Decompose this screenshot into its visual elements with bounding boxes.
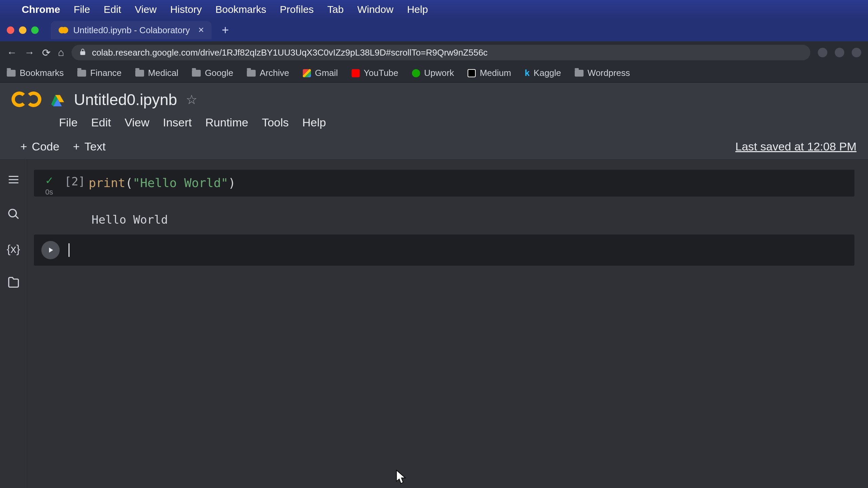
forward-button[interactable]: → bbox=[24, 47, 35, 58]
bookmark-label: Medical bbox=[148, 68, 179, 78]
address-bar[interactable]: colab.research.google.com/drive/1RJf82ql… bbox=[72, 45, 810, 60]
new-tab-button[interactable]: + bbox=[217, 23, 234, 37]
app-name[interactable]: Chrome bbox=[22, 4, 60, 15]
home-button[interactable]: ⌂ bbox=[58, 47, 64, 58]
colab-logo-icon[interactable] bbox=[12, 89, 41, 110]
bookmark-gmail[interactable]: Gmail bbox=[303, 68, 338, 78]
reload-button[interactable]: ⟳ bbox=[42, 47, 51, 59]
menu-file[interactable]: File bbox=[74, 4, 90, 15]
colab-menu-insert[interactable]: Insert bbox=[163, 116, 192, 129]
gmail-icon bbox=[303, 69, 311, 77]
mouse-cursor-icon bbox=[396, 470, 407, 487]
menu-view[interactable]: View bbox=[135, 4, 156, 15]
google-drive-icon bbox=[50, 93, 65, 106]
star-icon[interactable]: ☆ bbox=[186, 92, 197, 107]
folder-icon bbox=[77, 70, 86, 77]
medium-icon bbox=[468, 69, 476, 77]
bookmark-label: YouTube bbox=[364, 68, 398, 78]
menu-help[interactable]: Help bbox=[407, 4, 428, 15]
bookmark-label: Kaggle bbox=[534, 68, 561, 78]
code-cell[interactable]: ✓ 0s [2] print("Hello World") bbox=[34, 170, 854, 197]
colab-menu-edit[interactable]: Edit bbox=[91, 116, 111, 129]
add-text-button[interactable]: + Text bbox=[73, 140, 105, 153]
folder-icon bbox=[575, 70, 584, 77]
bookmark-folder[interactable]: Bookmarks bbox=[7, 68, 64, 78]
bookmark-label: Bookmarks bbox=[20, 68, 64, 78]
bookmark-kaggle[interactable]: kKaggle bbox=[525, 68, 561, 78]
code-editor[interactable]: print("Hello World") bbox=[88, 170, 854, 196]
colab-menu-runtime[interactable]: Runtime bbox=[205, 116, 249, 129]
files-icon[interactable] bbox=[7, 276, 20, 290]
search-icon[interactable] bbox=[7, 208, 20, 222]
youtube-icon bbox=[352, 69, 360, 77]
upwork-icon bbox=[412, 69, 420, 77]
table-of-contents-icon[interactable] bbox=[7, 173, 20, 187]
colab-menu-view[interactable]: View bbox=[124, 116, 149, 129]
window-minimize-icon[interactable] bbox=[19, 26, 26, 34]
browser-tab[interactable]: Untitled0.ipynb - Colaboratory ✕ bbox=[51, 21, 212, 39]
cell-gutter: ✓ 0s bbox=[34, 170, 64, 197]
window-close-icon[interactable] bbox=[7, 26, 14, 34]
bookmark-label: Medium bbox=[480, 68, 511, 78]
window-fullscreen-icon[interactable] bbox=[31, 26, 39, 34]
code-token: ) bbox=[228, 176, 236, 190]
colab-menu-bar: File Edit View Insert Runtime Tools Help bbox=[12, 110, 856, 135]
cell-output: Hello World bbox=[34, 207, 854, 235]
tab-close-icon[interactable]: ✕ bbox=[198, 26, 204, 35]
browser-toolbar: ← → ⟳ ⌂ colab.research.google.com/drive/… bbox=[0, 41, 868, 64]
add-text-label: Text bbox=[84, 140, 105, 153]
colab-toolbar: + Code + Text Last saved at 12:08 PM bbox=[0, 135, 868, 160]
left-sidebar: {x} bbox=[0, 160, 27, 488]
macos-menu-bar: Chrome File Edit View History Bookmarks … bbox=[0, 0, 868, 19]
bookmark-upwork[interactable]: Upwork bbox=[412, 68, 454, 78]
folder-icon bbox=[192, 70, 201, 77]
colab-menu-file[interactable]: File bbox=[59, 116, 78, 129]
plus-icon: + bbox=[20, 140, 27, 153]
bookmark-label: Gmail bbox=[315, 68, 338, 78]
bookmark-label: Archive bbox=[260, 68, 289, 78]
extension-icon[interactable] bbox=[818, 48, 827, 57]
add-code-label: Code bbox=[32, 140, 59, 153]
code-cell[interactable] bbox=[34, 235, 854, 266]
back-button[interactable]: ← bbox=[7, 47, 17, 58]
add-code-button[interactable]: + Code bbox=[20, 140, 59, 153]
kaggle-icon: k bbox=[525, 68, 529, 78]
bookmark-folder[interactable]: Google bbox=[192, 68, 233, 78]
bookmark-folder[interactable]: Finance bbox=[77, 68, 122, 78]
browser-tab-strip: Untitled0.ipynb - Colaboratory ✕ + bbox=[0, 19, 868, 41]
code-token: print bbox=[88, 176, 125, 190]
bookmark-label: Google bbox=[205, 68, 233, 78]
menu-tab[interactable]: Tab bbox=[327, 4, 343, 15]
menu-edit[interactable]: Edit bbox=[104, 4, 121, 15]
colab-header: Untitled0.ipynb ☆ File Edit View Insert … bbox=[0, 83, 868, 135]
menu-window[interactable]: Window bbox=[357, 4, 394, 15]
bookmark-folder[interactable]: Archive bbox=[247, 68, 289, 78]
folder-icon bbox=[135, 70, 144, 77]
last-saved-status[interactable]: Last saved at 12:08 PM bbox=[735, 140, 856, 153]
menu-bookmarks[interactable]: Bookmarks bbox=[215, 4, 266, 15]
bookmark-label: Upwork bbox=[424, 68, 454, 78]
code-editor[interactable] bbox=[63, 239, 848, 261]
bookmark-youtube[interactable]: YouTube bbox=[352, 68, 398, 78]
exec-time: 0s bbox=[45, 188, 53, 197]
run-cell-button[interactable] bbox=[41, 241, 60, 259]
notebook-title[interactable]: Untitled0.ipynb bbox=[74, 90, 177, 109]
variables-icon[interactable]: {x} bbox=[7, 242, 20, 256]
menu-profiles[interactable]: Profiles bbox=[280, 4, 314, 15]
bookmark-label: Wordpress bbox=[588, 68, 630, 78]
url-text: colab.research.google.com/drive/1RJf82ql… bbox=[92, 47, 488, 58]
colab-menu-help[interactable]: Help bbox=[302, 116, 326, 129]
bookmark-folder[interactable]: Wordpress bbox=[575, 68, 630, 78]
extension-icon[interactable] bbox=[835, 48, 844, 57]
bookmark-folder[interactable]: Medical bbox=[135, 68, 179, 78]
code-token: ( bbox=[125, 176, 133, 190]
bookmark-medium[interactable]: Medium bbox=[468, 68, 511, 78]
colab-favicon-icon bbox=[58, 25, 68, 35]
folder-icon bbox=[247, 70, 256, 77]
notebook-area: ✓ 0s [2] print("Hello World") Hello Worl… bbox=[27, 160, 868, 488]
extension-icon[interactable] bbox=[852, 48, 861, 57]
menu-history[interactable]: History bbox=[170, 4, 202, 15]
colab-menu-tools[interactable]: Tools bbox=[262, 116, 289, 129]
text-cursor-icon bbox=[68, 243, 70, 257]
lock-icon bbox=[79, 47, 86, 58]
